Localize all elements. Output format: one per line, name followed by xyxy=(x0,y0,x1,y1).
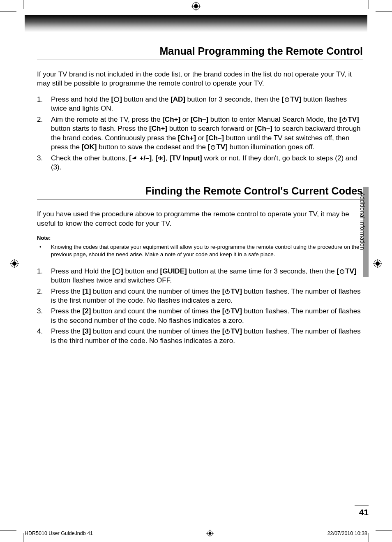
intro-paragraph: If your TV brand is not included in the … xyxy=(37,70,363,88)
footer-filename: HDR5010 User Guide.indb 41 xyxy=(25,530,93,536)
page-number: 41 xyxy=(359,507,369,517)
print-footer: HDR5010 User Guide.indb 41 22/07/2010 10… xyxy=(25,530,367,537)
registration-mark-icon xyxy=(206,530,214,537)
page-number-rule xyxy=(355,505,369,506)
content-area: Manual Programming the Remote Control If… xyxy=(37,41,363,509)
page-title: Finding the Remote Control's Current Cod… xyxy=(145,183,363,199)
finding-codes-steps: Press and Hold the [] button and [GUIDE]… xyxy=(37,267,363,346)
power-icon xyxy=(341,116,348,123)
svg-marker-20 xyxy=(158,156,161,160)
divider xyxy=(37,199,363,200)
crop-mark xyxy=(23,0,23,9)
manual-programming-steps: Press and hold the [] button and the [AD… xyxy=(37,95,363,172)
circle-arrow-icon xyxy=(115,268,121,274)
power-icon xyxy=(224,328,231,334)
power-icon xyxy=(224,308,231,314)
note-body: Knowing the codes that operate your equi… xyxy=(37,243,363,258)
crop-mark xyxy=(376,530,392,530)
mute-icon xyxy=(158,155,163,161)
volume-icon xyxy=(131,155,138,161)
list-item: Press the [1] button and count the numbe… xyxy=(37,287,363,306)
list-item: Press and hold the [] button and the [AD… xyxy=(37,95,363,113)
footer-timestamp: 22/07/2010 10:38 xyxy=(327,530,367,536)
svg-marker-19 xyxy=(132,156,136,159)
page-root: Additional Information Manual Programmin… xyxy=(0,0,392,542)
crop-mark xyxy=(376,12,392,12)
intro-paragraph: If you have used the procedure above to … xyxy=(37,210,363,228)
header-gradient xyxy=(25,15,367,32)
crop-mark xyxy=(23,533,23,542)
list-item: Press and Hold the [] button and [GUIDE]… xyxy=(37,267,363,285)
power-icon xyxy=(339,268,345,274)
list-item: Press the [2] button and count the numbe… xyxy=(37,307,363,325)
list-item: Press the [3] button and count the numbe… xyxy=(37,327,363,345)
page-title: Manual Programming the Remote Control xyxy=(160,44,363,60)
section-heading: Manual Programming the Remote Control xyxy=(37,44,363,60)
list-item: Check the other buttons, [ +/–], [], [TV… xyxy=(37,154,363,172)
section-heading: Finding the Remote Control's Current Cod… xyxy=(37,183,363,199)
crop-mark xyxy=(369,0,369,9)
registration-mark-icon xyxy=(10,259,19,268)
power-icon xyxy=(284,96,290,102)
crop-mark xyxy=(0,12,16,12)
note-bullet: Knowing the codes that operate your equi… xyxy=(37,243,363,258)
registration-mark-icon xyxy=(373,259,382,268)
power-icon xyxy=(210,144,216,150)
note-label: Note: xyxy=(37,235,363,241)
crop-mark xyxy=(0,530,16,530)
crop-mark xyxy=(369,533,369,542)
divider xyxy=(37,60,363,60)
registration-mark-icon xyxy=(191,2,201,11)
circle-arrow-icon xyxy=(113,96,120,102)
power-icon xyxy=(224,288,231,294)
list-item: Aim the remote at the TV, press the [Ch+… xyxy=(37,115,363,152)
